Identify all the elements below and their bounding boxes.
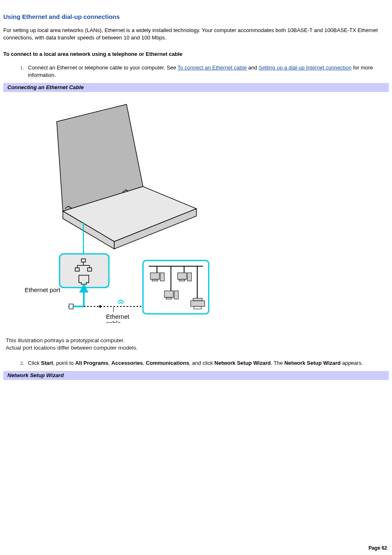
step-2-b5: Network Setup Wizard (284, 360, 341, 366)
step-1: Connect an Ethernet or telephone cable t… (25, 64, 389, 79)
svg-point-18 (99, 305, 101, 308)
figure-ethernet-cable: Ethernet port Ethernet cable (3, 94, 389, 325)
link-connect-ethernet-cable[interactable]: To connect an Ethernet cable (178, 64, 247, 71)
page-title: Using Ethernet and dial-up connections (3, 12, 389, 21)
intro-paragraph: For setting up local area networks (LANs… (3, 27, 389, 41)
svg-rect-33 (166, 297, 172, 299)
svg-rect-30 (179, 279, 185, 281)
figure-title-band-ethernet: Connecting an Ethernet Cable (3, 83, 389, 92)
figure-label-port: Ethernet port (25, 286, 61, 293)
svg-rect-29 (178, 273, 187, 279)
step-2-t4: , and click (189, 360, 214, 366)
figure-label-cable-l1: Ethernet (106, 313, 130, 320)
step-2-t0: Click (28, 360, 41, 366)
svg-rect-36 (193, 298, 202, 301)
figure-title-band-wizard: Network Setup Wizard (3, 371, 389, 380)
step-2-t1: , point to (53, 360, 75, 366)
svg-rect-35 (191, 301, 205, 306)
step-2-t6: appears. (341, 360, 363, 366)
svg-rect-26 (150, 273, 159, 279)
step-2-b0: Start (41, 360, 53, 366)
step-1-text-mid: and (247, 64, 258, 71)
step-2-t5: . The (271, 360, 284, 366)
step-2: Click Start, point to All Programs, Acce… (25, 359, 389, 367)
svg-rect-27 (152, 279, 158, 281)
step-2-b4: Network Setup Wizard (214, 360, 271, 366)
step-2-b2: Accessories (111, 360, 143, 366)
svg-rect-34 (174, 291, 178, 299)
step-2-b3: Communications (146, 360, 189, 366)
step-2-t3: , (143, 360, 146, 366)
link-setting-up-dialup[interactable]: Setting up a dial-up Internet connection (258, 64, 351, 71)
svg-rect-37 (194, 306, 201, 309)
figure-caption: This illustration portrays a prototypica… (6, 337, 389, 352)
svg-rect-32 (164, 291, 173, 297)
svg-rect-16 (69, 304, 73, 309)
step-2-t2: , (108, 360, 111, 366)
figure-caption-l2: Actual port locations differ between com… (6, 345, 138, 351)
svg-rect-31 (187, 273, 191, 281)
step-1-text-pre: Connect an Ethernet or telephone cable t… (28, 64, 178, 71)
figure-label-cable-l2: cable (106, 320, 121, 323)
step-2-b1: All Programs (75, 360, 108, 366)
svg-rect-28 (160, 273, 164, 281)
figure-caption-l1: This illustration portrays a prototypica… (6, 337, 125, 343)
section-subhead: To connect to a local area network using… (3, 51, 389, 58)
